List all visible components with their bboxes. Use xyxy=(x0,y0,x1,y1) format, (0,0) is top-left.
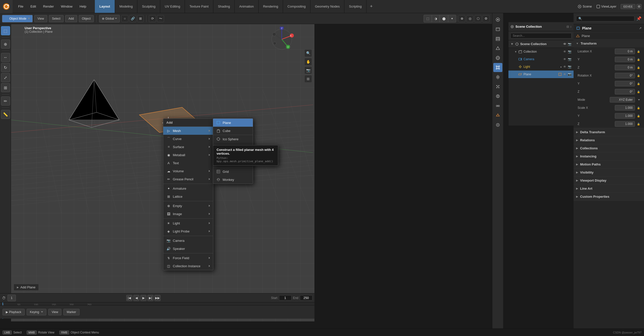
playback-mode-btn[interactable]: ▶ Playback xyxy=(3,309,25,315)
view-timeline-btn[interactable]: View xyxy=(48,309,61,315)
navigation-gizmo[interactable]: X Y Z xyxy=(269,27,294,53)
rotation-z-lock[interactable]: 🔒 xyxy=(637,90,640,93)
rotate-tool-btn[interactable]: ↻ xyxy=(1,63,10,72)
options-btn[interactable]: ⚙ xyxy=(482,15,490,22)
measure-tool-btn[interactable]: 📏 xyxy=(1,110,10,119)
rendered-shading-btn[interactable]: ✦ xyxy=(448,15,456,22)
wireframe-shading-btn[interactable]: ⬚ xyxy=(424,15,432,22)
transform-pivot-selector[interactable]: ⊕ Global xyxy=(99,15,120,22)
scene-props-icon[interactable] xyxy=(493,44,502,53)
add-menu-btn[interactable]: Add xyxy=(65,15,77,22)
pan-btn[interactable]: ✋ xyxy=(304,58,312,65)
scale-y-lock[interactable]: 🔒 xyxy=(637,115,640,117)
transform-global-btn[interactable]: ⊕ Global xyxy=(99,15,119,22)
tab-animation[interactable]: Animation xyxy=(235,0,259,13)
proportional-falloff-btn[interactable]: 〜 xyxy=(157,15,164,22)
play-btn[interactable]: ▶ xyxy=(140,295,146,301)
select-tool-btn[interactable]: ⬚ xyxy=(1,26,10,35)
add-menu-light[interactable]: ☀ Light xyxy=(163,219,213,227)
location-x-lock[interactable]: 🔒 xyxy=(637,50,640,53)
move-tool-btn[interactable]: ↔ xyxy=(1,53,10,62)
render-props-icon[interactable] xyxy=(493,15,502,24)
physics-props-icon[interactable] xyxy=(493,92,502,101)
transform-tool-btn[interactable]: ⊞ xyxy=(1,83,10,92)
viewport-display-header[interactable]: ▶ Viewport Display xyxy=(574,177,644,184)
object-mode-btn[interactable]: Object Mode xyxy=(2,15,32,22)
relations-header[interactable]: ▶ Relations xyxy=(574,136,644,144)
material-shading-btn[interactable]: ⬤ xyxy=(440,15,448,22)
eye-icon[interactable]: 👁 xyxy=(563,42,566,46)
xray-toggle-btn[interactable]: ⬡ xyxy=(474,15,481,22)
submenu-cube[interactable]: Cube xyxy=(213,127,253,135)
view-layer-props-icon[interactable] xyxy=(493,34,502,43)
add-menu-empty[interactable]: ⊕ Empty xyxy=(163,202,213,210)
add-menu-mesh[interactable]: ▷ Mesh xyxy=(163,127,213,135)
tab-layout[interactable]: Layout xyxy=(95,0,115,13)
camera-view-btn[interactable]: 📷 xyxy=(304,66,312,74)
submenu-ico-sphere[interactable]: Ico Sphere xyxy=(213,135,253,143)
add-menu-collection-instance[interactable]: ◫ Collection Instance xyxy=(163,262,213,270)
marker-btn[interactable]: Marker xyxy=(63,309,79,315)
add-plane-label[interactable]: ▶ Add Plane xyxy=(14,284,39,291)
rotation-z-value[interactable]: 0° xyxy=(615,89,635,94)
location-x-value[interactable]: 0 m xyxy=(615,49,635,54)
submenu-grid[interactable]: Grid xyxy=(213,167,253,176)
location-y-value[interactable]: 0 m xyxy=(615,57,635,62)
add-menu-metaball[interactable]: ◉ Metaball xyxy=(163,151,213,159)
delta-transform-header[interactable]: ▶ Delta Transform xyxy=(574,128,644,136)
help-menu[interactable]: Help xyxy=(76,0,90,13)
jump-start-btn[interactable]: |◀ xyxy=(126,295,132,301)
grid-view-btn[interactable]: ⊞ xyxy=(304,75,312,83)
edit-menu[interactable]: Edit xyxy=(27,0,39,13)
scale-x-lock[interactable]: 🔒 xyxy=(637,107,640,109)
tab-modeling[interactable]: Modeling xyxy=(115,0,138,13)
submenu-monkey[interactable]: Monkey xyxy=(213,176,253,184)
props-search-input[interactable] xyxy=(576,16,634,21)
tab-sculpting[interactable]: Sculpting xyxy=(137,0,160,13)
tab-geometry-nodes[interactable]: Geometry Nodes xyxy=(310,0,344,13)
location-y-lock[interactable]: 🔒 xyxy=(637,58,640,61)
add-menu-armature[interactable]: ✦ Armature xyxy=(163,184,213,192)
gizmo-toggle-btn[interactable]: ⊕ xyxy=(458,15,465,22)
outliner-search-input[interactable] xyxy=(510,33,572,39)
filter-icon[interactable]: ⊟ xyxy=(567,25,569,28)
add-menu-force-field[interactable]: ↯ Force Field xyxy=(163,254,213,262)
scale-x-value[interactable]: 1.000 xyxy=(615,105,635,111)
collection-eye-icon[interactable]: 👁 xyxy=(563,50,566,53)
step-back-btn[interactable]: ◀ xyxy=(133,295,139,301)
select-menu-btn[interactable]: Select xyxy=(49,15,64,22)
viewport-3d[interactable]: User Perspective (1) Collection | Plane … xyxy=(11,24,314,321)
add-menu-surface[interactable]: ⌗ Surface xyxy=(163,143,213,151)
collection-item[interactable]: ▼ Collection 👁 📷 xyxy=(508,48,574,55)
end-frame[interactable]: 250 xyxy=(300,295,312,300)
constraints-props-icon[interactable] xyxy=(493,101,502,110)
props-expand-icon[interactable]: ↗ xyxy=(639,26,641,30)
tab-compositing[interactable]: Compositing xyxy=(283,0,310,13)
tab-shading[interactable]: Shading xyxy=(213,0,235,13)
world-props-icon[interactable] xyxy=(493,53,502,62)
snap-target-btn[interactable]: ⊞ xyxy=(137,15,144,22)
tab-scripting[interactable]: Scripting xyxy=(344,0,367,13)
render-menu[interactable]: Render xyxy=(39,0,57,13)
rotation-x-lock[interactable]: 🔒 xyxy=(637,74,640,77)
modifier-props-icon[interactable] xyxy=(493,73,502,82)
instancing-header[interactable]: ▶ Instancing xyxy=(574,152,644,160)
render-settings-btn[interactable]: ⚙ xyxy=(636,4,641,9)
overlay-toggle-btn[interactable]: ◎ xyxy=(466,15,473,22)
visibility-header[interactable]: ▶ Visibility xyxy=(574,169,644,176)
add-menu-text[interactable]: A Text xyxy=(163,159,213,167)
playback-btn[interactable]: 1 xyxy=(8,295,16,301)
submenu-plane[interactable]: Plane xyxy=(213,119,253,127)
object-props-icon[interactable] xyxy=(493,63,502,72)
camera-eye-icon[interactable]: 👁 xyxy=(563,57,566,61)
plane-eye-icon[interactable]: 👁 xyxy=(563,73,566,76)
light-item[interactable]: Light ● 👁 📷 xyxy=(508,63,574,71)
rotation-x-value[interactable]: 0° xyxy=(615,73,635,78)
start-frame[interactable]: 1 xyxy=(279,295,292,300)
add-menu-camera[interactable]: 📷 Camera xyxy=(163,237,213,245)
add-menu-image[interactable]: 🖼 Image xyxy=(163,210,213,218)
collections-header[interactable]: ▶ Collections xyxy=(574,144,644,152)
plane-item[interactable]: Plane 👁 📷 xyxy=(508,71,574,78)
tab-texture-paint[interactable]: Texture Paint xyxy=(185,0,213,13)
snap-btn[interactable]: 🔗 xyxy=(129,15,136,22)
